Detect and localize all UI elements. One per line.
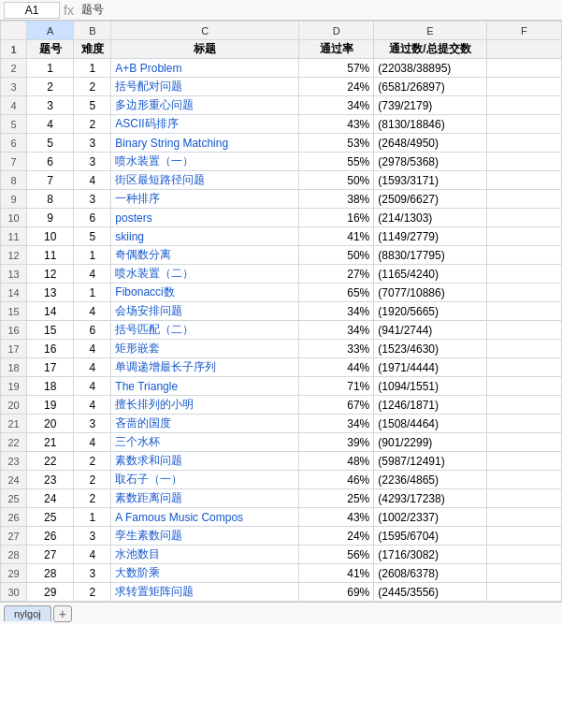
- cell-e: (1595/6704): [374, 527, 486, 546]
- row-num: 19: [1, 377, 27, 396]
- cell-a: 17: [27, 358, 74, 377]
- cell-f: [486, 377, 561, 396]
- cell-d: 38%: [299, 190, 374, 209]
- cell-d: 34%: [299, 302, 374, 321]
- cell-c: 素数求和问题: [111, 452, 299, 471]
- cell-b: 5: [74, 227, 111, 246]
- cell-b: 4: [74, 433, 111, 452]
- cell-b: 3: [74, 190, 111, 209]
- cell-d: 46%: [299, 471, 374, 489]
- cell-b: 4: [74, 396, 111, 415]
- cell-d: 27%: [299, 265, 374, 284]
- table-row: 27263孪生素数问题24%(1595/6704): [1, 527, 562, 546]
- tab-bar: nylgoj +: [0, 602, 562, 624]
- table-row: 14131Fibonacci数65%(7077/10886): [1, 284, 562, 302]
- cell-e: (8830/17795): [374, 246, 486, 265]
- cell-c: 取石子（一）: [111, 471, 299, 489]
- cell-c: 会场安排问题: [111, 302, 299, 321]
- cell-e: (1971/4444): [374, 358, 486, 377]
- row-num: 14: [1, 284, 27, 302]
- cell-b: 1: [74, 284, 111, 302]
- sheet-tab[interactable]: nylgoj: [4, 605, 51, 621]
- cell-c: 孪生素数问题: [111, 527, 299, 546]
- cell-d: 24%: [299, 527, 374, 546]
- table-row: 15144会场安排问题34%(1920/5665): [1, 302, 562, 321]
- cell-c: 大数阶乘: [111, 564, 299, 583]
- row-num: 22: [1, 433, 27, 452]
- col-header-b[interactable]: B: [74, 22, 111, 40]
- header-col-a: 题号: [27, 40, 74, 59]
- cell-d: 53%: [299, 134, 374, 153]
- cell-a: 28: [27, 564, 74, 583]
- cell-a: 23: [27, 471, 74, 489]
- cell-d: 44%: [299, 358, 374, 377]
- cell-c: 喷水装置（一）: [111, 153, 299, 171]
- row-num: 25: [1, 489, 27, 508]
- cell-e: (2445/3556): [374, 583, 486, 602]
- cell-c: 求转置矩阵问题: [111, 583, 299, 602]
- cell-e: (2608/6378): [374, 564, 486, 583]
- cell-f: [486, 209, 561, 227]
- cell-a: 4: [27, 115, 74, 134]
- cell-d: 34%: [299, 415, 374, 433]
- col-header-d[interactable]: D: [299, 22, 374, 40]
- cell-d: 25%: [299, 489, 374, 508]
- add-sheet-button[interactable]: +: [53, 605, 72, 622]
- name-box[interactable]: [4, 2, 60, 19]
- row-num: 21: [1, 415, 27, 433]
- cell-b: 2: [74, 78, 111, 96]
- cell-d: 71%: [299, 377, 374, 396]
- formula-value: 题号: [78, 2, 558, 18]
- cell-c: 街区最短路径问题: [111, 171, 299, 190]
- row-num: 5: [1, 115, 27, 134]
- cell-d: 56%: [299, 546, 374, 564]
- cell-b: 3: [74, 134, 111, 153]
- cell-b: 2: [74, 489, 111, 508]
- row-num: 4: [1, 96, 27, 115]
- cell-e: (2509/6627): [374, 190, 486, 209]
- col-header-e[interactable]: E: [374, 22, 486, 40]
- cell-f: [486, 508, 561, 527]
- row-num: 30: [1, 583, 27, 602]
- cell-b: 3: [74, 527, 111, 546]
- cell-f: [486, 415, 561, 433]
- cell-b: 3: [74, 153, 111, 171]
- cell-a: 12: [27, 265, 74, 284]
- cell-d: 33%: [299, 340, 374, 358]
- cell-b: 3: [74, 564, 111, 583]
- table-row: 322括号配对问题24%(6581/26897): [1, 78, 562, 96]
- cell-f: [486, 527, 561, 546]
- row-num: 3: [1, 78, 27, 96]
- cell-e: (901/2299): [374, 433, 486, 452]
- cell-b: 2: [74, 452, 111, 471]
- cell-c: Binary String Matching: [111, 134, 299, 153]
- cell-a: 7: [27, 171, 74, 190]
- table-row: 16156括号匹配（二）34%(941/2744): [1, 321, 562, 340]
- cell-a: 2: [27, 78, 74, 96]
- col-header-a[interactable]: A: [27, 22, 74, 40]
- cell-e: (1593/3171): [374, 171, 486, 190]
- col-header-f[interactable]: F: [486, 22, 561, 40]
- cell-b: 4: [74, 546, 111, 564]
- cell-f: [486, 396, 561, 415]
- cell-d: 41%: [299, 227, 374, 246]
- table-row: 211A+B Problem57%(22038/38895): [1, 59, 562, 78]
- cell-d: 50%: [299, 246, 374, 265]
- table-row: 542ASCII码排序43%(8130/18846): [1, 115, 562, 134]
- row-num: 20: [1, 396, 27, 415]
- row-num: 28: [1, 546, 27, 564]
- cell-f: [486, 583, 561, 602]
- table-row: 435多边形重心问题34%(739/2179): [1, 96, 562, 115]
- cell-b: 6: [74, 321, 111, 340]
- row-num: 24: [1, 471, 27, 489]
- cell-e: (4293/17238): [374, 489, 486, 508]
- col-header-c[interactable]: C: [111, 22, 299, 40]
- cell-c: 多边形重心问题: [111, 96, 299, 115]
- cell-f: [486, 284, 561, 302]
- cell-e: (7077/10886): [374, 284, 486, 302]
- cell-c: 水池数目: [111, 546, 299, 564]
- header-col-e: 通过数/总提交数: [374, 40, 486, 59]
- cell-d: 57%: [299, 59, 374, 78]
- table-row: 11105skiing41%(1149/2779): [1, 227, 562, 246]
- cell-a: 20: [27, 415, 74, 433]
